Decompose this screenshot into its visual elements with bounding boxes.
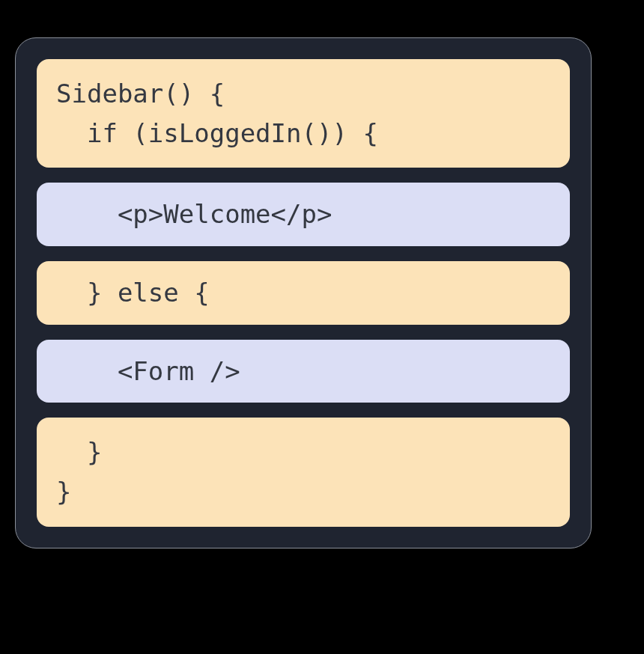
- code-block-form: <Form />: [37, 340, 570, 403]
- code-block-else: } else {: [37, 261, 570, 325]
- code-block-closing-braces: } }: [37, 418, 570, 526]
- code-diagram-container: Sidebar() { if (isLoggedIn()) { <p>Welco…: [15, 37, 592, 548]
- code-block-welcome: <p>Welcome</p>: [37, 183, 570, 246]
- code-block-sidebar-if: Sidebar() { if (isLoggedIn()) {: [37, 59, 570, 168]
